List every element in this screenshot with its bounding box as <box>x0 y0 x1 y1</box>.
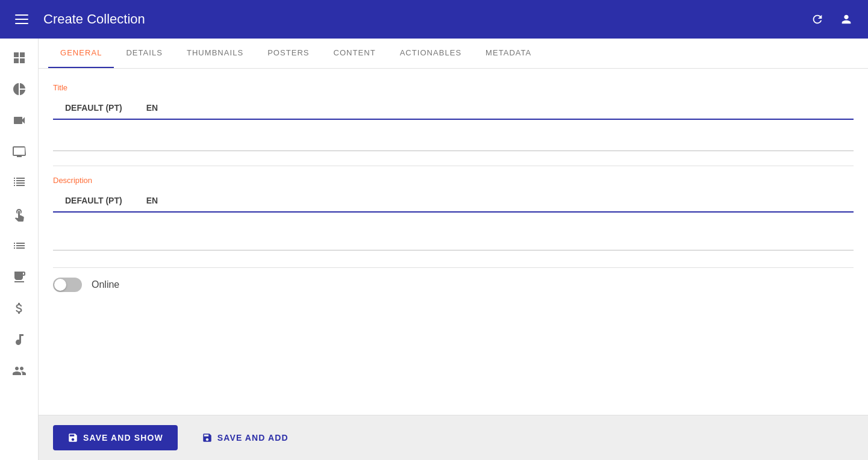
save-and-add-button[interactable]: SAVE AND ADD <box>187 425 303 450</box>
description-input[interactable] <box>53 213 854 250</box>
description-section: Description DEFAULT (PT) EN <box>53 176 854 253</box>
title-label: Title <box>53 83 854 92</box>
tab-bar: GENERAL DETAILS THUMBNAILS POSTERS CONTE… <box>39 39 868 69</box>
sidebar-item-albums[interactable] <box>5 325 34 354</box>
description-en-tab[interactable]: EN <box>134 190 170 213</box>
sidebar <box>0 39 39 460</box>
title-section: Title DEFAULT (PT) EN <box>53 83 854 151</box>
sidebar-item-channels[interactable] <box>5 137 34 166</box>
online-label: Online <box>92 279 119 290</box>
footer: SAVE AND SHOW SAVE AND ADD <box>39 415 868 460</box>
sidebar-item-dashboard[interactable] <box>5 43 34 72</box>
description-default-tab[interactable]: DEFAULT (PT) <box>53 190 134 213</box>
title-input[interactable] <box>53 120 854 151</box>
tab-thumbnails[interactable]: THUMBNAILS <box>175 39 255 68</box>
tab-posters[interactable]: POSTERS <box>255 39 321 68</box>
page-title: Create Collection <box>43 11 805 27</box>
sidebar-item-analytics[interactable] <box>5 75 34 104</box>
description-label: Description <box>53 176 854 185</box>
sidebar-item-list[interactable] <box>5 231 34 260</box>
title-default-tab[interactable]: DEFAULT (PT) <box>53 97 134 120</box>
save-icon <box>67 432 78 443</box>
tab-metadata[interactable]: METADATA <box>473 39 543 68</box>
title-en-tab[interactable]: EN <box>134 97 170 120</box>
sidebar-item-playbox[interactable] <box>5 263 34 291</box>
refresh-button[interactable] <box>805 7 829 31</box>
save-and-show-button[interactable]: SAVE AND SHOW <box>53 425 178 450</box>
sidebar-item-grid[interactable] <box>5 169 34 197</box>
layout: GENERAL DETAILS THUMBNAILS POSTERS CONTE… <box>0 39 868 460</box>
sidebar-item-touch[interactable] <box>5 200 34 229</box>
tab-general[interactable]: GENERAL <box>48 39 114 68</box>
title-lang-tabs: DEFAULT (PT) EN <box>53 97 854 120</box>
tab-actionables[interactable]: ACTIONABLES <box>388 39 473 68</box>
account-button[interactable] <box>834 7 858 31</box>
sidebar-item-videos[interactable] <box>5 106 34 135</box>
save-and-show-label: SAVE AND SHOW <box>83 433 163 443</box>
sidebar-item-people[interactable] <box>5 356 34 385</box>
save-and-add-label: SAVE AND ADD <box>217 433 289 443</box>
header-actions <box>805 7 858 31</box>
online-row: Online <box>53 278 854 292</box>
main-content: GENERAL DETAILS THUMBNAILS POSTERS CONTE… <box>39 39 868 460</box>
divider-2 <box>53 267 854 268</box>
divider-1 <box>53 166 854 166</box>
form-area: Title DEFAULT (PT) EN Description DEFAUL… <box>39 69 868 415</box>
save-add-icon <box>202 432 213 443</box>
header: Create Collection <box>0 0 868 39</box>
menu-button[interactable] <box>10 7 34 31</box>
online-toggle[interactable] <box>53 278 82 292</box>
description-lang-tabs: DEFAULT (PT) EN <box>53 190 854 213</box>
tab-details[interactable]: DETAILS <box>114 39 175 68</box>
tab-content[interactable]: CONTENT <box>322 39 388 68</box>
sidebar-item-pricing[interactable] <box>5 294 34 323</box>
